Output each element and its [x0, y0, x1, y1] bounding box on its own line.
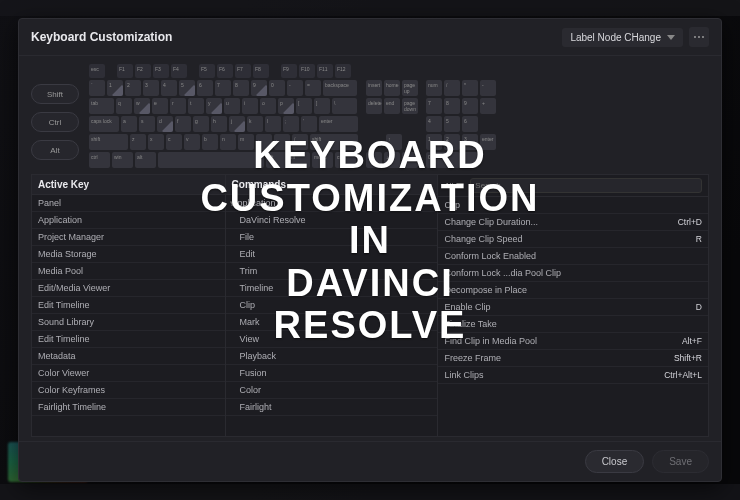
key-[interactable]: + [480, 98, 496, 114]
key-3[interactable]: 3 [143, 80, 159, 96]
key-[interactable]: . [462, 152, 478, 168]
key-4[interactable]: 4 [161, 80, 177, 96]
keystroke-row[interactable]: Decompose in Place [438, 282, 708, 299]
active-key-item[interactable]: Panel [32, 195, 225, 212]
key-end[interactable]: end [384, 98, 400, 114]
commands-tree[interactable]: ▾ApplicationDaVinci ResolveFileEditTrimT… [226, 195, 438, 436]
key-f8[interactable]: F8 [253, 64, 269, 78]
key-f[interactable]: f [175, 116, 191, 132]
key-[interactable]: ` [89, 80, 105, 96]
key-d[interactable]: d [157, 116, 173, 132]
key-7[interactable]: 7 [426, 98, 442, 114]
command-item[interactable]: Timeline [226, 280, 438, 297]
key-alt[interactable]: alt [266, 152, 287, 168]
key-x[interactable]: x [148, 134, 164, 150]
command-item[interactable]: Clip [226, 297, 438, 314]
key-delete[interactable]: delete [366, 98, 382, 114]
command-item[interactable]: View [226, 331, 438, 348]
key-fn[interactable]: fn [289, 152, 310, 168]
key-f5[interactable]: F5 [199, 64, 215, 78]
key-f3[interactable]: F3 [153, 64, 169, 78]
key-space[interactable] [158, 152, 264, 168]
key-alt[interactable]: alt [135, 152, 156, 168]
key-u[interactable]: u [224, 98, 240, 114]
key-c[interactable]: c [166, 134, 182, 150]
active-key-item[interactable]: Color Keyframes [32, 382, 225, 399]
key-r[interactable]: r [170, 98, 186, 114]
command-group[interactable]: ▾Application [226, 195, 438, 212]
keystrokes-list[interactable]: ClipChange Clip Duration...Ctrl+DChange … [438, 197, 708, 436]
command-item[interactable]: Mark [226, 314, 438, 331]
key-enter[interactable]: enter [480, 134, 496, 150]
key-t[interactable]: t [188, 98, 204, 114]
key-6[interactable]: 6 [197, 80, 213, 96]
key-9[interactable]: 9 [462, 98, 478, 114]
key-1[interactable]: 1 [107, 80, 123, 96]
command-item[interactable]: Trim [226, 263, 438, 280]
active-key-item[interactable]: Edit Timeline [32, 297, 225, 314]
key-[interactable]: ← [366, 152, 382, 168]
active-key-item[interactable]: Edit Timeline [32, 331, 225, 348]
key-f4[interactable]: F4 [171, 64, 187, 78]
key-0[interactable]: 0 [426, 152, 460, 168]
key-[interactable]: \ [332, 98, 357, 114]
key-[interactable]: ; [283, 116, 299, 132]
active-key-item[interactable]: Application [32, 212, 225, 229]
key-g[interactable]: g [193, 116, 209, 132]
key-shift[interactable]: shift [310, 134, 358, 150]
key-[interactable]: . [274, 134, 290, 150]
command-item[interactable]: DaVinci Resolve [226, 212, 438, 229]
key-2[interactable]: 2 [444, 134, 460, 150]
key-0[interactable]: 0 [269, 80, 285, 96]
key-pagedown[interactable]: page down [402, 98, 418, 114]
active-key-item[interactable]: Media Storage [32, 246, 225, 263]
key-[interactable]: ' [301, 116, 317, 132]
key-esc[interactable]: esc [89, 64, 105, 78]
search-input[interactable] [470, 178, 702, 193]
key-[interactable]: = [305, 80, 321, 96]
options-menu-button[interactable]: ⋯ [689, 27, 709, 47]
command-item[interactable]: Playback [226, 348, 438, 365]
modifier-ctrl[interactable]: Ctrl [31, 112, 79, 132]
key-[interactable]: → [402, 152, 418, 168]
key-q[interactable]: q [116, 98, 132, 114]
save-button[interactable]: Save [652, 450, 709, 473]
key-k[interactable]: k [247, 116, 263, 132]
command-item[interactable]: Fairlight [226, 399, 438, 416]
key-capslock[interactable]: caps lock [89, 116, 119, 132]
keystroke-row[interactable]: Clip [438, 197, 708, 214]
key-w[interactable]: w [134, 98, 150, 114]
key-[interactable]: - [287, 80, 303, 96]
preset-dropdown[interactable]: Label Node CHange [562, 28, 683, 47]
key-num[interactable]: num [426, 80, 442, 96]
key-m[interactable]: m [238, 134, 254, 150]
command-item[interactable]: Fusion [226, 365, 438, 382]
active-key-item[interactable]: Edit/Media Viewer [32, 280, 225, 297]
filter-all-chip[interactable]: All [444, 181, 464, 190]
key-menu[interactable]: menu [312, 152, 333, 168]
key-f10[interactable]: F10 [299, 64, 315, 78]
key-s[interactable]: s [139, 116, 155, 132]
key-f7[interactable]: F7 [235, 64, 251, 78]
active-key-item[interactable]: Media Pool [32, 263, 225, 280]
key-shift[interactable]: shift [89, 134, 128, 150]
key-[interactable]: ↓ [384, 152, 400, 168]
key-i[interactable]: i [242, 98, 258, 114]
keystroke-row[interactable]: Enable ClipD [438, 299, 708, 316]
active-key-item[interactable]: Fairlight Timeline [32, 399, 225, 416]
key-n[interactable]: n [220, 134, 236, 150]
keystroke-row[interactable]: Change Clip SpeedR [438, 231, 708, 248]
key-5[interactable]: 5 [444, 116, 460, 132]
key-6[interactable]: 6 [462, 116, 478, 132]
key-e[interactable]: e [152, 98, 168, 114]
key-tab[interactable]: tab [89, 98, 114, 114]
key-[interactable]: ↑ [386, 134, 402, 150]
key-1[interactable]: 1 [426, 134, 442, 150]
keystroke-row[interactable]: Link ClipsCtrl+Alt+L [438, 367, 708, 384]
keystroke-row[interactable]: Finalize Take [438, 316, 708, 333]
key-o[interactable]: o [260, 98, 276, 114]
key-a[interactable]: a [121, 116, 137, 132]
key-f9[interactable]: F9 [281, 64, 297, 78]
key-pageup[interactable]: page up [402, 80, 418, 96]
key-f12[interactable]: F12 [335, 64, 351, 78]
